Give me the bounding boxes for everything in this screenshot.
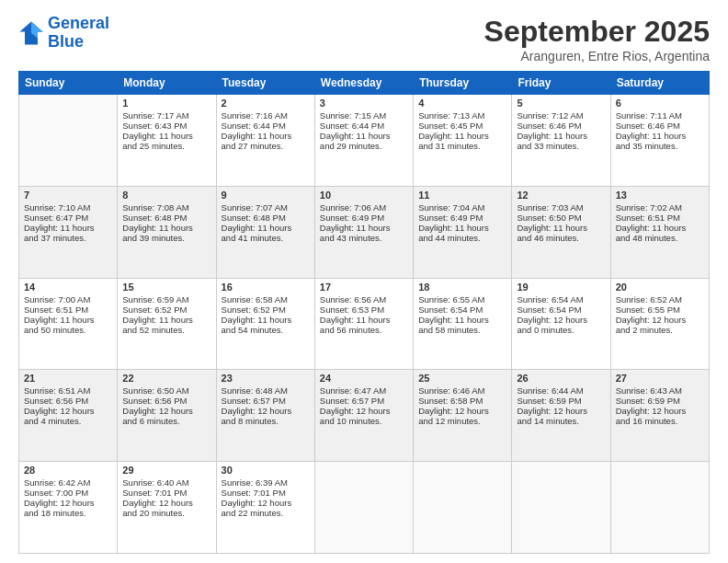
cell-line-1-5-3: and 46 minutes. (517, 233, 605, 243)
cell-line-0-3-1: Sunset: 6:44 PM (320, 121, 408, 131)
cell-line-1-5-2: Daylight: 11 hours (517, 223, 605, 233)
day-number-2-1: 15 (122, 282, 210, 293)
cell-line-3-1-2: Daylight: 12 hours (122, 406, 210, 416)
cell-line-3-2-1: Sunset: 6:57 PM (222, 396, 310, 406)
cell-1-4: 11Sunrise: 7:04 AMSunset: 6:49 PMDayligh… (414, 186, 512, 278)
cell-3-5: 26Sunrise: 6:44 AMSunset: 6:59 PMDayligh… (512, 370, 610, 462)
cell-line-3-6-3: and 16 minutes. (616, 416, 704, 426)
week-row-2: 14Sunrise: 7:00 AMSunset: 6:51 PMDayligh… (19, 278, 710, 370)
week-row-0: 1Sunrise: 7:17 AMSunset: 6:43 PMDaylight… (19, 95, 710, 187)
cell-4-0: 28Sunrise: 6:42 AMSunset: 7:00 PMDayligh… (19, 462, 118, 554)
day-number-1-3: 10 (320, 190, 408, 201)
cell-line-0-2-3: and 27 minutes. (222, 141, 310, 151)
cell-line-0-4-1: Sunset: 6:45 PM (418, 121, 506, 131)
day-number-0-4: 4 (418, 98, 506, 109)
main-title: September 2025 (484, 15, 710, 49)
day-number-1-4: 11 (418, 190, 506, 201)
cell-line-1-1-1: Sunset: 6:48 PM (122, 213, 210, 223)
cell-line-3-4-0: Sunrise: 6:46 AM (418, 385, 506, 396)
cell-line-0-4-2: Daylight: 11 hours (418, 131, 506, 141)
cell-line-4-1-3: and 20 minutes. (122, 508, 210, 518)
cell-line-1-1-2: Daylight: 11 hours (122, 223, 210, 233)
cell-line-2-4-3: and 58 minutes. (418, 325, 506, 335)
cell-line-4-0-2: Daylight: 12 hours (24, 498, 112, 508)
cell-line-4-2-1: Sunset: 7:01 PM (222, 488, 310, 498)
cell-line-2-0-2: Daylight: 11 hours (24, 315, 112, 325)
day-number-0-2: 2 (222, 98, 310, 109)
cell-line-1-1-0: Sunrise: 7:08 AM (122, 202, 210, 213)
cell-line-2-2-2: Daylight: 11 hours (222, 315, 310, 325)
cell-line-3-3-3: and 10 minutes. (320, 416, 408, 426)
cell-line-0-2-0: Sunrise: 7:16 AM (222, 110, 310, 121)
cell-line-2-5-2: Daylight: 12 hours (517, 315, 605, 325)
cell-0-6: 6Sunrise: 7:11 AMSunset: 6:46 PMDaylight… (610, 95, 709, 187)
cell-line-0-3-2: Daylight: 11 hours (320, 131, 408, 141)
day-number-0-6: 6 (616, 98, 704, 109)
cell-3-1: 22Sunrise: 6:50 AMSunset: 6:56 PMDayligh… (118, 370, 216, 462)
cell-4-4 (414, 462, 512, 554)
cell-line-3-5-0: Sunrise: 6:44 AM (517, 385, 605, 396)
cell-3-2: 23Sunrise: 6:48 AMSunset: 6:57 PMDayligh… (216, 370, 314, 462)
day-number-2-6: 20 (616, 282, 704, 293)
cell-line-2-0-1: Sunset: 6:51 PM (24, 304, 112, 315)
cell-line-2-6-3: and 2 minutes. (616, 325, 704, 335)
cell-line-1-2-3: and 41 minutes. (222, 233, 310, 243)
cell-line-0-1-0: Sunrise: 7:17 AM (122, 110, 210, 121)
cell-line-4-0-0: Sunrise: 6:42 AM (24, 477, 112, 488)
cell-line-2-0-3: and 50 minutes. (24, 325, 112, 335)
day-number-1-1: 8 (122, 190, 210, 201)
cell-2-2: 16Sunrise: 6:58 AMSunset: 6:52 PMDayligh… (216, 278, 314, 370)
cell-line-2-3-3: and 56 minutes. (320, 325, 408, 335)
cell-4-2: 30Sunrise: 6:39 AMSunset: 7:01 PMDayligh… (216, 462, 314, 554)
cell-line-1-4-0: Sunrise: 7:04 AM (418, 202, 506, 213)
cell-line-2-5-1: Sunset: 6:54 PM (517, 304, 605, 315)
col-friday: Friday (512, 72, 610, 95)
cell-0-0 (19, 95, 118, 187)
logo-line2: Blue (48, 32, 84, 51)
cell-line-2-6-0: Sunrise: 6:52 AM (616, 294, 704, 304)
day-number-3-6: 27 (616, 373, 704, 384)
cell-line-0-1-1: Sunset: 6:43 PM (122, 121, 210, 131)
cell-3-4: 25Sunrise: 6:46 AMSunset: 6:58 PMDayligh… (414, 370, 512, 462)
cell-2-5: 19Sunrise: 6:54 AMSunset: 6:54 PMDayligh… (512, 278, 610, 370)
cell-line-1-3-2: Daylight: 11 hours (320, 223, 408, 233)
cell-2-1: 15Sunrise: 6:59 AMSunset: 6:52 PMDayligh… (118, 278, 216, 370)
cell-line-4-0-1: Sunset: 7:00 PM (24, 488, 112, 498)
page: General Blue September 2025 Aranguren, E… (0, 0, 728, 563)
day-number-4-1: 29 (122, 465, 210, 476)
col-monday: Monday (118, 72, 216, 95)
cell-line-1-6-1: Sunset: 6:51 PM (616, 213, 704, 223)
cell-line-3-2-3: and 8 minutes. (222, 416, 310, 426)
logo-icon (18, 20, 44, 46)
cell-line-3-3-1: Sunset: 6:57 PM (320, 396, 408, 406)
week-row-4: 28Sunrise: 6:42 AMSunset: 7:00 PMDayligh… (19, 462, 710, 554)
day-number-4-0: 28 (24, 465, 112, 476)
cell-line-3-4-3: and 12 minutes. (418, 416, 506, 426)
col-sunday: Sunday (19, 72, 118, 95)
day-number-1-5: 12 (517, 190, 605, 201)
cell-0-3: 3Sunrise: 7:15 AMSunset: 6:44 PMDaylight… (314, 95, 413, 187)
col-wednesday: Wednesday (314, 72, 413, 95)
cell-2-4: 18Sunrise: 6:55 AMSunset: 6:54 PMDayligh… (414, 278, 512, 370)
cell-1-5: 12Sunrise: 7:03 AMSunset: 6:50 PMDayligh… (512, 186, 610, 278)
header: General Blue September 2025 Aranguren, E… (18, 15, 710, 63)
cell-line-1-6-2: Daylight: 11 hours (616, 223, 704, 233)
logo-line1: General (48, 14, 109, 32)
cell-line-1-4-2: Daylight: 11 hours (418, 223, 506, 233)
day-number-1-0: 7 (24, 190, 112, 201)
cell-2-0: 14Sunrise: 7:00 AMSunset: 6:51 PMDayligh… (19, 278, 118, 370)
day-number-3-0: 21 (24, 373, 112, 384)
cell-line-2-6-1: Sunset: 6:55 PM (616, 304, 704, 315)
day-number-2-0: 14 (24, 282, 112, 293)
cell-line-1-3-0: Sunrise: 7:06 AM (320, 202, 408, 213)
day-number-0-3: 3 (320, 98, 408, 109)
week-row-3: 21Sunrise: 6:51 AMSunset: 6:56 PMDayligh… (19, 370, 710, 462)
cell-4-6 (610, 462, 709, 554)
cell-line-3-5-2: Daylight: 12 hours (517, 406, 605, 416)
cell-line-3-5-3: and 14 minutes. (517, 416, 605, 426)
cell-line-2-3-0: Sunrise: 6:56 AM (320, 294, 408, 304)
week-row-1: 7Sunrise: 7:10 AMSunset: 6:47 PMDaylight… (19, 186, 710, 278)
cell-line-2-5-3: and 0 minutes. (517, 325, 605, 335)
cell-line-3-2-0: Sunrise: 6:48 AM (222, 385, 310, 396)
cell-line-3-2-2: Daylight: 12 hours (222, 406, 310, 416)
